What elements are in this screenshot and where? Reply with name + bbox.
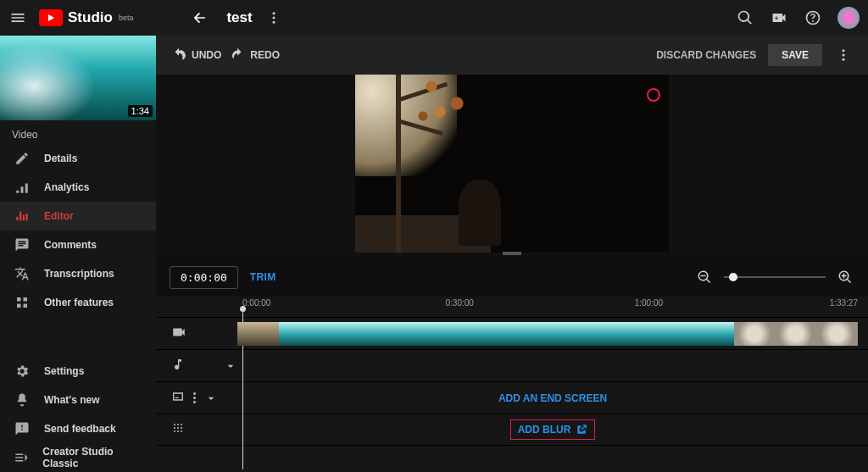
open-external-icon <box>576 424 587 436</box>
add-blur-label: ADD BLUR <box>518 424 571 436</box>
translate-icon <box>14 266 31 281</box>
feedback-icon <box>14 421 31 436</box>
svg-point-11 <box>181 427 182 429</box>
menu-button[interactable] <box>8 8 27 27</box>
zoom-out-icon[interactable] <box>695 268 714 286</box>
video-thumb-strip[interactable] <box>237 322 868 346</box>
back-button[interactable] <box>191 8 209 27</box>
announce-icon <box>14 392 31 408</box>
zoom-slider[interactable] <box>724 276 826 278</box>
svg-point-14 <box>181 430 182 432</box>
analytics-icon <box>14 180 31 195</box>
preview-area <box>156 75 868 258</box>
chevron-down-icon[interactable] <box>204 391 218 405</box>
other-icon <box>14 295 31 310</box>
svg-point-4 <box>843 54 845 57</box>
youtube-play-icon <box>39 9 63 26</box>
sidebar-item-feedback[interactable]: Send feedback <box>0 414 156 443</box>
ruler-mark: 1:00:00 <box>635 298 663 308</box>
track-kebab-icon[interactable] <box>193 392 196 403</box>
blur-icon <box>171 421 185 438</box>
undo-label: UNDO <box>192 49 221 61</box>
sidebar-item-comments[interactable]: Comments <box>0 230 156 259</box>
video-track-icon <box>171 325 186 343</box>
svg-point-12 <box>174 430 175 432</box>
sidebar-item-settings[interactable]: Settings <box>0 357 156 386</box>
svg-point-13 <box>177 430 179 432</box>
thumbnail-duration: 1:34 <box>128 105 153 117</box>
svg-point-9 <box>174 427 175 429</box>
svg-point-7 <box>177 424 179 425</box>
sidebar-item-label: Creator Studio Classic <box>42 446 142 469</box>
chevron-down-icon[interactable] <box>224 359 237 373</box>
sidebar-item-label: Details <box>44 153 77 164</box>
music-note-icon <box>171 358 185 375</box>
editor-toolbar: UNDO REDO DISCARD CHANGES SAVE <box>156 36 868 75</box>
sidebar-item-label: Editor <box>44 210 74 222</box>
create-icon[interactable] <box>770 8 788 27</box>
video-track <box>156 317 868 349</box>
brand-name: Studio <box>68 9 113 26</box>
youtube-studio-logo[interactable]: Studiobeta <box>39 9 133 26</box>
current-time-input[interactable]: 0:00:00 <box>170 266 238 289</box>
save-button[interactable]: SAVE <box>768 44 822 66</box>
sidebar-item-classic[interactable]: Creator Studio Classic <box>0 443 156 472</box>
svg-point-0 <box>272 12 275 14</box>
help-icon[interactable] <box>804 8 822 27</box>
add-end-screen-button[interactable]: ADD AN END SCREEN <box>237 392 868 404</box>
end-screen-icon <box>171 390 185 407</box>
svg-point-2 <box>272 21 275 24</box>
editor-kebab-menu[interactable] <box>834 46 853 64</box>
video-thumbnail[interactable]: 1:34 <box>0 36 156 120</box>
discard-button[interactable]: DISCARD CHANGES <box>656 49 756 61</box>
undo-button[interactable]: UNDO <box>171 47 221 63</box>
sidebar-item-whatsnew[interactable]: What's new <box>0 386 156 414</box>
sidebar-item-label: Transcriptions <box>44 268 114 280</box>
blur-track: ADD BLUR <box>156 414 868 446</box>
playback-controls: 0:00:00 TRIM <box>156 258 868 297</box>
video-preview[interactable] <box>355 75 669 253</box>
sidebar-section-label: Video <box>0 120 156 144</box>
sidebar-item-transcriptions[interactable]: Transcriptions <box>0 259 156 288</box>
svg-point-8 <box>181 424 182 425</box>
ruler-mark: 0:30:00 <box>446 298 474 308</box>
sidebar-item-label: Settings <box>44 365 84 377</box>
sidebar-item-editor[interactable]: Editor <box>0 202 156 230</box>
comments-icon <box>14 237 31 253</box>
panel-drag-handle[interactable] <box>503 252 521 255</box>
sidebar-item-label: Analytics <box>44 181 89 193</box>
project-title: test <box>226 9 252 26</box>
editor-icon <box>14 208 31 224</box>
record-indicator-icon <box>647 88 660 102</box>
sidebar-item-details[interactable]: Details <box>0 144 156 173</box>
search-icon[interactable] <box>736 8 754 27</box>
sidebar-item-label: Comments <box>44 239 97 251</box>
pencil-icon <box>14 151 31 166</box>
ruler-end: 1:33:27 <box>830 298 858 308</box>
gear-icon <box>14 364 31 379</box>
redo-label: REDO <box>250 49 280 61</box>
sidebar-item-label: Other features <box>44 297 114 308</box>
svg-point-3 <box>843 49 845 52</box>
svg-point-10 <box>177 427 179 429</box>
end-screen-track: ADD AN END SCREEN <box>156 381 868 414</box>
svg-point-6 <box>174 424 175 425</box>
project-kebab-menu[interactable] <box>264 8 283 27</box>
timeline: 0:00:00 0:30:00 1:00:00 1:33:27 <box>156 297 868 472</box>
redo-button[interactable]: REDO <box>230 47 280 63</box>
svg-point-5 <box>843 58 845 61</box>
audio-track <box>156 349 868 381</box>
sidebar-item-label: Send feedback <box>44 423 116 435</box>
classic-icon <box>14 450 29 465</box>
sidebar-item-analytics[interactable]: Analytics <box>0 173 156 202</box>
ruler-mark: 0:00:00 <box>242 298 270 308</box>
sidebar-item-label: What's new <box>44 394 100 406</box>
account-avatar[interactable] <box>837 7 860 29</box>
sidebar-item-other[interactable]: Other features <box>0 288 156 317</box>
trim-button[interactable]: TRIM <box>250 271 276 283</box>
zoom-in-icon[interactable] <box>836 268 854 286</box>
add-blur-button[interactable]: ADD BLUR <box>237 419 868 440</box>
svg-point-1 <box>272 17 275 19</box>
timeline-ruler[interactable]: 0:00:00 0:30:00 1:00:00 1:33:27 <box>237 297 868 317</box>
brand-badge: beta <box>119 14 134 22</box>
